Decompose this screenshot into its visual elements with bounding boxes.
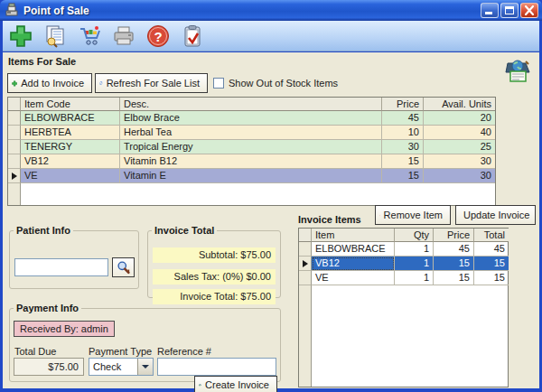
titlebar: Point of Sale — [0, 0, 542, 21]
selector-filler — [299, 285, 312, 387]
reference-input[interactable] — [157, 358, 276, 376]
total-due-value: $75.00 — [14, 358, 84, 376]
magnifier-icon — [117, 259, 130, 275]
new-button[interactable] — [8, 23, 33, 49]
reports-button[interactable] — [180, 23, 205, 49]
patient-search-button[interactable] — [112, 257, 135, 277]
help-button[interactable]: ? — [145, 23, 171, 49]
col-item-code[interactable]: Item Code — [21, 98, 120, 111]
row-selector[interactable] — [8, 154, 21, 169]
payment-type-label: Payment Type — [89, 346, 152, 357]
cell-price[interactable]: 15 — [382, 154, 424, 169]
items-grid-header: Item Code Desc. Price Avail. Units — [8, 98, 495, 111]
row-selector[interactable] — [8, 140, 21, 154]
patient-search-input[interactable] — [14, 258, 108, 276]
invoice-grid-header: Item Qty Price Total — [299, 229, 508, 242]
cell-price[interactable]: 15 — [382, 169, 424, 183]
cell-item[interactable]: ELBOWBRACE — [312, 242, 395, 257]
close-button[interactable] — [520, 3, 538, 18]
payment-type-select[interactable]: Check — [89, 358, 154, 376]
point-of-sale-button[interactable] — [77, 23, 102, 49]
remove-item-button[interactable]: Remove Item — [375, 205, 451, 225]
col-price[interactable]: Price — [434, 229, 474, 242]
cell-price[interactable]: 45 — [382, 111, 424, 126]
cell-item-code[interactable]: TENERGY — [21, 140, 120, 154]
shopping-cart-icon — [77, 23, 102, 49]
col-total[interactable]: Total — [474, 229, 509, 242]
cell-price[interactable]: 15 — [434, 271, 474, 285]
cell-total[interactable]: 45 — [474, 242, 509, 257]
subtotal-value: Subtotal: $75.00 — [153, 247, 276, 263]
refresh-for-sale-button[interactable]: Refresh For Sale List — [95, 73, 208, 93]
dropdown-button[interactable] — [137, 359, 153, 375]
table-row[interactable]: HERBTEA Herbal Tea 10 40 — [8, 126, 495, 140]
cell-desc[interactable]: Elbow Brace — [120, 111, 382, 126]
grid-empty-area — [8, 183, 495, 205]
row-selector-current[interactable] — [8, 169, 21, 183]
cell-item[interactable]: VE — [312, 271, 395, 285]
view-invoices-button[interactable] — [42, 23, 68, 49]
cell-price[interactable]: 15 — [434, 257, 474, 271]
table-row[interactable]: VB12 Vitamin B12 15 30 — [8, 154, 495, 169]
cell-desc[interactable]: Tropical Energy — [120, 140, 382, 154]
col-item[interactable]: Item — [312, 229, 395, 242]
cell-avail-units[interactable]: 30 — [424, 169, 495, 183]
payment-info-title: Payment Info — [14, 303, 81, 313]
col-price[interactable]: Price — [382, 98, 424, 111]
cell-avail-units[interactable]: 30 — [424, 154, 495, 169]
maximize-button[interactable] — [500, 3, 519, 18]
cell-desc[interactable]: Herbal Tea — [120, 126, 382, 140]
row-selector[interactable] — [8, 111, 21, 126]
table-row[interactable]: ELBOWBRACE 1 45 45 — [299, 242, 508, 257]
cell-total[interactable]: 15 — [474, 257, 509, 271]
cell-avail-units[interactable]: 40 — [424, 126, 495, 140]
update-invoice-button[interactable]: Update Invoice — [455, 205, 536, 225]
row-selector-current[interactable] — [299, 257, 312, 271]
add-to-invoice-button[interactable]: Add to Invoice — [7, 73, 92, 93]
add-to-invoice-label: Add to Invoice — [17, 78, 88, 89]
cell-qty[interactable]: 1 — [395, 257, 434, 271]
current-row-arrow-icon — [12, 173, 17, 180]
create-invoice-button[interactable]: Create Invoice — [194, 376, 277, 392]
cell-qty[interactable]: 1 — [395, 271, 434, 285]
payment-type-value: Check — [89, 359, 137, 375]
cell-desc[interactable]: Vitamin B12 — [120, 154, 382, 169]
cell-item[interactable]: VB12 — [312, 257, 395, 271]
cell-total[interactable]: 15 — [474, 271, 509, 285]
cell-avail-units[interactable]: 20 — [424, 111, 495, 126]
cell-item-code[interactable]: VE — [21, 169, 120, 183]
cell-qty[interactable]: 1 — [395, 242, 434, 257]
col-qty[interactable]: Qty — [395, 229, 434, 242]
table-row[interactable]: TENERGY Tropical Energy 30 25 — [8, 140, 495, 154]
cell-item-code[interactable]: ELBOWBRACE — [21, 111, 120, 126]
minimize-button[interactable] — [481, 3, 499, 18]
cell-price[interactable]: 10 — [382, 126, 424, 140]
create-invoice-label: Create Invoice — [201, 379, 273, 390]
cell-price[interactable]: 45 — [434, 242, 474, 257]
close-icon — [521, 4, 537, 17]
grid-empty-area — [299, 285, 508, 387]
table-row-selected[interactable]: VB12 1 15 15 — [299, 257, 508, 271]
cell-desc[interactable]: Vitamin E — [120, 169, 382, 183]
clipboard-check-icon — [180, 23, 205, 49]
cell-avail-units[interactable]: 25 — [424, 140, 495, 154]
col-avail-units[interactable]: Avail. Units — [424, 98, 495, 111]
cell-item-code[interactable]: VB12 — [21, 154, 120, 169]
received-by-badge: Received By: admin — [14, 321, 115, 337]
items-for-sale-title: Items For Sale — [8, 56, 76, 67]
show-out-of-stock-checkbox[interactable] — [213, 78, 224, 89]
patient-info-title: Patient Info — [14, 225, 73, 236]
row-selector[interactable] — [299, 242, 312, 257]
table-row[interactable]: ELBOWBRACE Elbow Brace 45 20 — [8, 111, 495, 126]
table-row-selected[interactable]: VE Vitamin E 15 30 — [8, 169, 495, 183]
items-for-sale-grid: Item Code Desc. Price Avail. Units ELBOW… — [7, 97, 496, 206]
col-desc[interactable]: Desc. — [120, 98, 382, 111]
row-selector[interactable] — [299, 271, 312, 285]
svg-text:?: ? — [154, 28, 162, 43]
print-button[interactable] — [111, 23, 136, 49]
row-selector[interactable] — [8, 126, 21, 140]
table-row[interactable]: VE 1 15 15 — [299, 271, 508, 285]
toolbar: ? — [3, 21, 539, 51]
cell-price[interactable]: 30 — [382, 140, 424, 154]
cell-item-code[interactable]: HERBTEA — [21, 126, 120, 140]
